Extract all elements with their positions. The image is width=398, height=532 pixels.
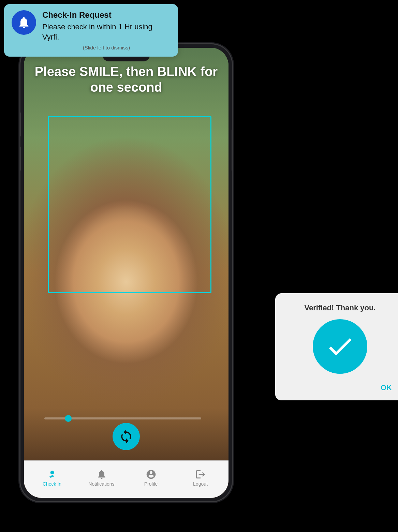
- side-button-vol-down: [20, 147, 21, 171]
- tab-checkin[interactable]: Check In: [27, 469, 77, 487]
- tab-notifications-label: Notifications: [88, 481, 114, 487]
- verified-title: Verified! Thank you.: [304, 304, 375, 312]
- progress-slider[interactable]: [44, 417, 201, 419]
- tab-checkin-label: Check In: [43, 481, 61, 487]
- tab-notifications[interactable]: Notifications: [77, 469, 126, 487]
- notification-title: Check-In Request: [42, 10, 171, 20]
- tab-logout-label: Logout: [193, 481, 208, 487]
- verified-checkmark-icon: [313, 319, 367, 374]
- tab-bar: Check In Notifications Profile: [24, 460, 229, 498]
- notification-text: Check-In Request Please check in within …: [42, 10, 171, 50]
- camera-flip-button[interactable]: [113, 423, 140, 450]
- phone-screen: Please SMILE, then BLINK for one second: [24, 48, 229, 498]
- tab-logout[interactable]: Logout: [176, 469, 225, 487]
- notification-bell-icon: [12, 10, 36, 35]
- phone-frame: Please SMILE, then BLINK for one second: [20, 44, 232, 501]
- camera-area: Please SMILE, then BLINK for one second: [24, 48, 229, 498]
- progress-dot: [65, 415, 72, 422]
- side-button-vol-up: [20, 113, 21, 136]
- face-detection-box: [48, 116, 211, 293]
- tab-profile-label: Profile: [144, 481, 158, 487]
- main-instruction: Please SMILE, then BLINK for one second: [34, 64, 218, 95]
- notification-body: Please check in within 1 Hr using Vyrfi.: [42, 22, 171, 42]
- instruction-text-area: Please SMILE, then BLINK for one second: [24, 64, 229, 95]
- side-button-power: [232, 130, 232, 171]
- tab-profile[interactable]: Profile: [126, 469, 176, 487]
- notification-dismiss-hint: (Slide left to dismiss): [42, 45, 171, 50]
- verified-ok-button[interactable]: OK: [378, 382, 395, 394]
- verified-popup: Verified! Thank you. OK: [275, 293, 398, 400]
- notification-banner[interactable]: Check-In Request Please check in within …: [4, 4, 178, 57]
